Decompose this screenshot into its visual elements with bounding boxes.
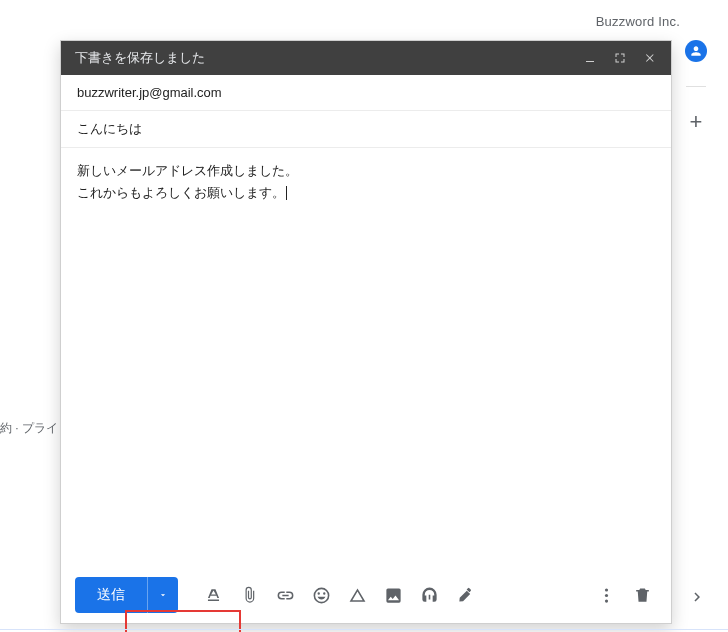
subject-input[interactable] <box>77 122 655 137</box>
compose-window: 下書きを保存しました 新しいメールアドレス作成しました。 これからもよろしくお願… <box>60 40 672 624</box>
compose-titlebar: 下書きを保存しました <box>61 41 671 75</box>
side-panel-chevron-icon[interactable] <box>688 588 706 610</box>
compose-title: 下書きを保存しました <box>75 49 575 67</box>
send-options-button[interactable] <box>148 577 178 613</box>
side-divider <box>686 86 706 87</box>
send-button[interactable]: 送信 <box>75 577 148 613</box>
link-icon[interactable] <box>270 580 300 610</box>
svg-point-3 <box>604 599 607 602</box>
clipped-footer-text: 約 · プライ <box>0 420 58 437</box>
send-button-group: 送信 <box>75 577 178 613</box>
body-line: 新しいメールアドレス作成しました。 <box>77 160 655 182</box>
side-add-button[interactable]: + <box>690 111 703 133</box>
fullscreen-button[interactable] <box>605 41 635 75</box>
body-line: これからもよろしくお願いします。 <box>77 182 655 204</box>
svg-point-2 <box>604 593 607 596</box>
contacts-avatar-icon[interactable] <box>685 40 707 62</box>
formatting-icon[interactable] <box>198 580 228 610</box>
more-options-icon[interactable] <box>591 580 621 610</box>
to-field[interactable] <box>61 75 671 111</box>
confidential-icon[interactable] <box>414 580 444 610</box>
to-input[interactable] <box>77 85 655 100</box>
side-rail: + <box>682 40 710 133</box>
bottom-hairline <box>0 629 728 630</box>
text-cursor <box>286 186 287 200</box>
svg-rect-0 <box>586 61 594 62</box>
compose-toolbar: 送信 <box>61 567 671 623</box>
brand-label: Buzzword Inc. <box>596 14 680 29</box>
close-button[interactable] <box>635 41 665 75</box>
discard-icon[interactable] <box>627 580 657 610</box>
minimize-button[interactable] <box>575 41 605 75</box>
body-textarea[interactable]: 新しいメールアドレス作成しました。 これからもよろしくお願いします。 <box>61 148 671 568</box>
image-icon[interactable] <box>378 580 408 610</box>
attach-icon[interactable] <box>234 580 264 610</box>
subject-field[interactable] <box>61 111 671 148</box>
drive-icon[interactable] <box>342 580 372 610</box>
emoji-icon[interactable] <box>306 580 336 610</box>
pen-icon[interactable] <box>450 580 480 610</box>
svg-point-1 <box>604 588 607 591</box>
